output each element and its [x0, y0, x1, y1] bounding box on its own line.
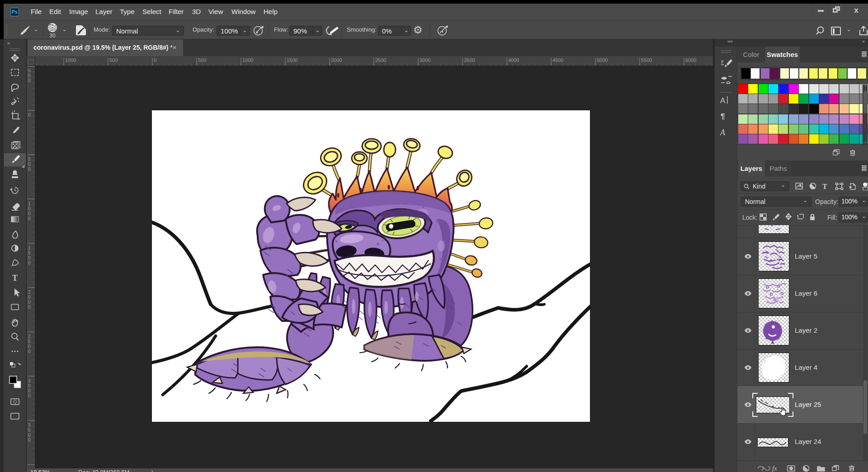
svg-text:0: 0 [28, 113, 31, 118]
svg-text:0: 0 [28, 349, 31, 354]
svg-text:0: 0 [28, 167, 31, 172]
svg-text:0: 0 [154, 57, 156, 63]
svg-text:5: 5 [28, 68, 31, 73]
svg-text:fx: fx [772, 465, 777, 472]
svg-text:5: 5 [28, 157, 31, 162]
svg-text:2: 2 [28, 290, 31, 295]
svg-text:0: 0 [28, 433, 31, 438]
svg-text:500: 500 [198, 57, 206, 63]
svg-text:0: 0 [28, 206, 31, 211]
svg-text:0: 0 [28, 162, 31, 167]
svg-text:2500: 2500 [375, 57, 386, 63]
svg-text:1: 1 [28, 201, 31, 206]
svg-text:2000: 2000 [331, 57, 342, 63]
svg-text:2: 2 [28, 334, 31, 339]
svg-text:1500: 1500 [287, 57, 297, 63]
svg-text:T: T [822, 183, 827, 190]
svg-text:0: 0 [28, 78, 31, 83]
svg-text:0: 0 [28, 383, 31, 388]
svg-text:0: 0 [28, 438, 31, 443]
svg-text:6000: 6000 [685, 57, 696, 63]
svg-text:3: 3 [28, 378, 31, 383]
svg-text:3: 3 [28, 423, 31, 428]
svg-text:1000: 1000 [65, 57, 76, 63]
svg-text:5: 5 [28, 428, 31, 433]
svg-text:0: 0 [28, 388, 31, 393]
svg-text:5500: 5500 [641, 57, 652, 63]
svg-text:0: 0 [28, 216, 31, 221]
svg-text:A: A [720, 96, 726, 105]
svg-text:0: 0 [28, 305, 31, 310]
svg-text:4500: 4500 [552, 57, 563, 63]
svg-text:3000: 3000 [420, 57, 430, 63]
svg-text:0: 0 [28, 300, 31, 305]
svg-text:1000: 1000 [242, 57, 253, 63]
svg-text:T: T [12, 274, 18, 283]
svg-text:5: 5 [28, 250, 31, 255]
svg-text:5: 5 [28, 339, 31, 344]
svg-text:1: 1 [28, 245, 31, 250]
svg-text:0: 0 [28, 211, 31, 216]
svg-text:0: 0 [28, 295, 31, 300]
svg-text:0: 0 [28, 73, 31, 78]
svg-text:0: 0 [28, 344, 31, 349]
svg-text:0: 0 [28, 393, 31, 398]
svg-text:◢: ◢ [22, 164, 25, 168]
svg-text:500: 500 [109, 57, 118, 63]
svg-text:A: A [720, 128, 726, 137]
svg-text:0: 0 [28, 260, 31, 265]
svg-text:5000: 5000 [597, 57, 608, 63]
svg-text:3500: 3500 [464, 57, 475, 63]
svg-text:»: » [7, 40, 10, 46]
svg-text:0: 0 [28, 255, 31, 260]
svg-text:¶: ¶ [721, 112, 725, 121]
svg-text:4000: 4000 [508, 57, 519, 63]
